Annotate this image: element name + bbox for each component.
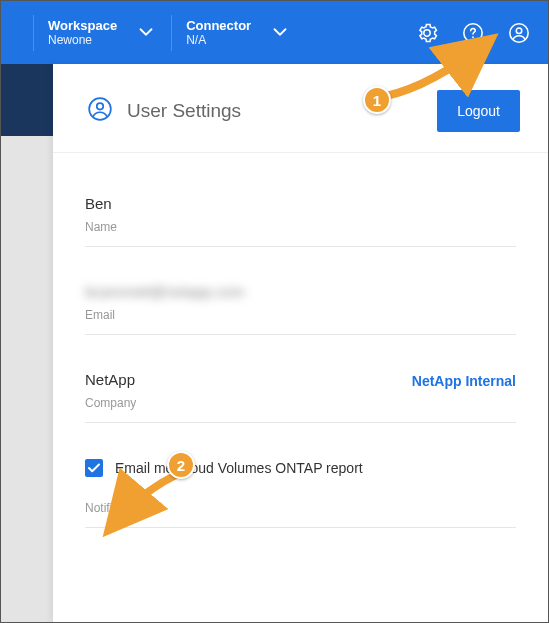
panel-body: Ben Name bcammett@netapp.com Email NetAp… [53,153,548,578]
notification-field: Notification [85,487,516,528]
netapp-internal-link[interactable]: NetApp Internal [412,373,516,389]
name-value: Ben [85,195,516,212]
workspace-label: Workspace [48,18,117,34]
panel-header: User Settings Logout [53,64,548,153]
email-value: bcammett@netapp.com [85,283,516,300]
connector-label: Connector [186,18,251,34]
user-icon[interactable] [508,22,530,44]
email-label: Email [85,308,516,322]
callout-1: 1 [363,86,391,114]
chevron-down-icon [269,21,291,43]
chevron-down-icon [135,21,157,43]
left-gutter [1,64,53,622]
company-label: Company [85,396,516,410]
svg-point-3 [516,27,522,32]
svg-point-5 [97,103,104,110]
notification-checkbox[interactable] [85,459,103,477]
callout-2: 2 [167,451,195,479]
divider [171,15,172,51]
sidebar-active-block [1,64,53,136]
user-settings-panel: User Settings Logout Ben Name bcammett@n… [53,64,548,622]
svg-point-1 [472,36,474,38]
workspace-value: Newone [48,33,117,47]
divider [33,15,34,51]
help-icon[interactable] [462,22,484,44]
workspace-selector[interactable]: Workspace Newone [48,18,157,48]
topbar: Workspace Newone Connector N/A [1,1,548,64]
notification-checkbox-label: Email me Cloud Volumes ONTAP report [115,460,363,476]
logout-button[interactable]: Logout [437,90,520,132]
company-field: NetApp Internal NetApp Company [85,357,516,423]
connector-value: N/A [186,33,251,47]
name-field: Ben Name [85,181,516,247]
notification-row: Email me Cloud Volumes ONTAP report [85,459,516,477]
email-field: bcammett@netapp.com Email [85,269,516,335]
notification-label: Notification [85,501,516,515]
gear-icon[interactable] [416,22,438,44]
user-outline-icon [87,96,113,126]
panel-title: User Settings [127,100,241,122]
connector-selector[interactable]: Connector N/A [186,18,291,48]
name-label: Name [85,220,516,234]
